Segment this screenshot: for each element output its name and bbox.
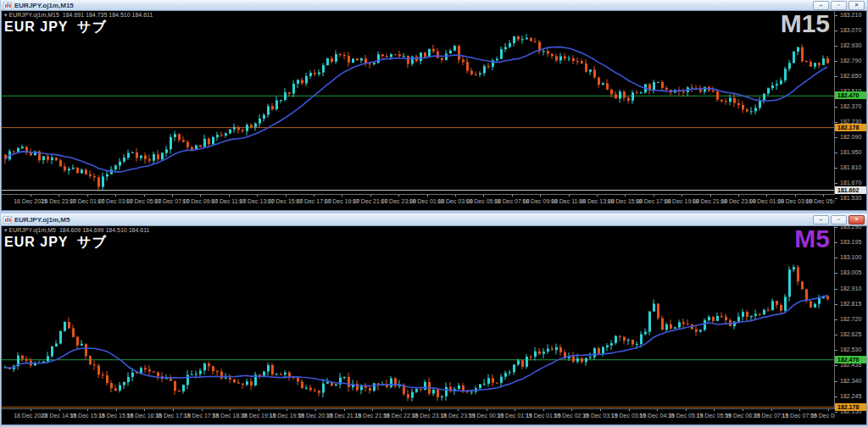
- price-label: 182.245: [840, 393, 861, 399]
- minimize-button[interactable]: –: [813, 1, 829, 10]
- time-axis[interactable]: 16 Dec 202516 Dec 23:0017 Dec 01:0017 De…: [2, 194, 835, 210]
- time-label: 19 Dec 08:35: [801, 413, 835, 419]
- window-controls: – ▫ ×: [813, 1, 865, 10]
- price-label: 182.790: [840, 58, 861, 64]
- timeframe-label: M5: [794, 226, 830, 253]
- price-label: 182.625: [840, 331, 861, 337]
- collapse-icon[interactable]: ▾: [4, 227, 8, 233]
- mdi-workspace: { "icons": { "collapse": "▾", "minimize"…: [0, 0, 868, 427]
- price-label: 183.210: [840, 12, 861, 18]
- candlestick-plot[interactable]: ▾EURJPY.oj1m,M15 184.691 184.735 184.510…: [2, 11, 835, 195]
- price-label: 182.910: [840, 286, 861, 291]
- price-label: 183.070: [840, 27, 861, 33]
- price-label: 183.100: [840, 254, 861, 260]
- symbol-watermark: EUR JPY サブ: [4, 19, 107, 36]
- symbol-watermark: EUR JPY サブ: [4, 234, 107, 252]
- chart-area: ▾EURJPY.oj1m,M5 184.609 184.699 184.510 …: [1, 225, 867, 425]
- price-axis[interactable]: 183.210183.070182.930182.790182.650182.5…: [834, 11, 866, 210]
- chart-window-m15: EURJPY.oj1m,M15 – ▫ × ▾EURJPY.oj1m,M15 1…: [1, 0, 867, 212]
- price-label: 182.090: [840, 134, 861, 140]
- chart-icon: [3, 216, 12, 224]
- window-title: EURJPY.oj1m,M15: [14, 2, 74, 9]
- price-label: 181.810: [840, 164, 861, 170]
- timeframe-label: M15: [781, 11, 830, 38]
- ohlc-text: EURJPY.oj1m,M15 184.691 184.735 184.510 …: [9, 12, 153, 18]
- price-axis[interactable]: 183.290183.195183.100183.005182.910182.8…: [834, 226, 866, 424]
- price-label: 182.370: [840, 103, 861, 109]
- titlebar[interactable]: EURJPY.oj1m,M5 – ▫ ×: [1, 214, 867, 226]
- chart-window-m5: EURJPY.oj1m,M5 – ▫ × ▾EURJPY.oj1m,M5 184…: [1, 214, 867, 426]
- window-title: EURJPY.oj1m,M5: [14, 216, 70, 224]
- price-line-tag: 182.178: [835, 403, 866, 411]
- price-label: 182.530: [840, 347, 861, 352]
- price-line-tag: 182.470: [835, 356, 866, 363]
- price-label: 181.530: [840, 195, 861, 201]
- candlestick-plot[interactable]: ▾EURJPY.oj1m,M5 184.609 184.699 184.510 …: [2, 226, 835, 409]
- collapse-icon[interactable]: ▾: [4, 12, 8, 18]
- time-axis[interactable]: 18 Dec 202518 Dec 14:3518 Dec 15:1518 De…: [2, 408, 835, 424]
- close-button[interactable]: ×: [849, 215, 865, 225]
- price-label: 182.650: [840, 73, 861, 79]
- time-label: 19 Dec 05:00: [796, 198, 835, 204]
- price-label: 182.930: [840, 42, 861, 48]
- maximize-button[interactable]: ▫: [831, 1, 847, 10]
- price-label: 183.005: [840, 269, 861, 275]
- price-label: 181.950: [840, 149, 861, 155]
- price-line-tag: 182.470: [835, 92, 866, 99]
- minimize-button[interactable]: –: [813, 215, 829, 225]
- price-label: 182.720: [840, 316, 861, 322]
- chart-area: ▾EURJPY.oj1m,M15 184.691 184.735 184.510…: [1, 10, 867, 211]
- price-label: 181.670: [840, 180, 861, 186]
- price-label: 182.340: [840, 378, 861, 384]
- chart-icon: [3, 2, 12, 9]
- price-label: 182.815: [840, 301, 861, 307]
- close-button[interactable]: ×: [849, 1, 865, 10]
- price-label: 183.290: [840, 226, 861, 230]
- price-line-tag: 182.178: [835, 124, 866, 131]
- ohlc-info: ▾EURJPY.oj1m,M5 184.609 184.699 184.510 …: [4, 227, 149, 234]
- price-line-tag: 181.602: [835, 186, 866, 194]
- maximize-button[interactable]: ▫: [831, 215, 847, 225]
- ohlc-info: ▾EURJPY.oj1m,M15 184.691 184.735 184.510…: [4, 12, 153, 19]
- price-label: 183.195: [840, 239, 861, 245]
- ohlc-text: EURJPY.oj1m,M5 184.609 184.699 184.510 1…: [9, 227, 150, 233]
- window-controls: – ▫ ×: [813, 215, 865, 225]
